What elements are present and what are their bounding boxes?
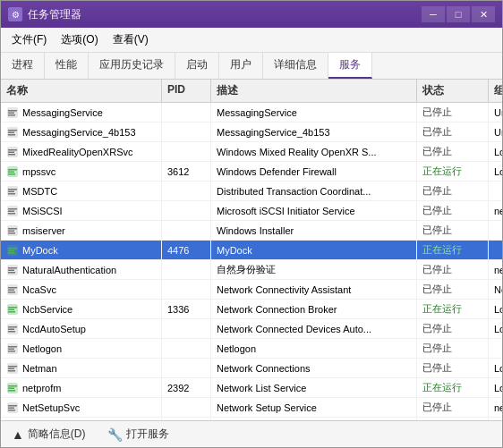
table-row[interactable]: NcaSvcNetwork Connectivity Assistant已停止N… xyxy=(1,280,502,300)
service-status: 正在运行 xyxy=(417,300,489,318)
summary-button[interactable]: ▲ 简略信息(D) xyxy=(8,425,90,444)
table-row[interactable]: MSiSCSIMicrosoft iSCSI Initiator Service… xyxy=(1,201,502,221)
svg-rect-49 xyxy=(8,346,17,348)
svg-rect-23 xyxy=(8,213,15,215)
table-row[interactable]: MessagingServiceMessagingService已停止Unist… xyxy=(1,103,502,123)
service-name-cell: mpssvc xyxy=(1,162,162,181)
service-status: 正在运行 xyxy=(417,378,489,397)
service-icon xyxy=(6,342,19,355)
service-name: NaturalAuthentication xyxy=(22,265,116,275)
service-group: UnistackSvcG... xyxy=(489,123,502,141)
service-pid xyxy=(162,339,211,358)
service-group xyxy=(489,241,502,259)
service-pid: 2392 xyxy=(162,378,211,397)
svg-rect-43 xyxy=(8,311,15,313)
service-group: netsvcs xyxy=(489,398,502,417)
table-row[interactable]: NaturalAuthentication自然身份验证已停止netsvcs xyxy=(1,260,502,280)
service-status: 正在运行 xyxy=(417,241,489,259)
service-icon xyxy=(6,224,19,237)
col-header-group[interactable]: 组 xyxy=(489,80,502,102)
service-icon xyxy=(6,283,19,296)
service-desc: Microsoft iSCSI Initiator Service xyxy=(211,201,417,220)
svg-rect-6 xyxy=(8,131,14,133)
col-header-name[interactable]: 名称 xyxy=(1,80,162,102)
service-group: LocalService... xyxy=(489,378,502,397)
open-service-label: 打开服务 xyxy=(126,427,169,442)
service-group: LocalService... xyxy=(489,162,502,181)
service-name-cell: MixedRealityOpenXRSvc xyxy=(1,142,162,161)
service-pid xyxy=(162,280,211,299)
summary-label: 简略信息(D) xyxy=(28,427,86,442)
tab-[interactable]: 服务 xyxy=(328,53,372,79)
svg-rect-29 xyxy=(8,248,17,249)
service-group: LocalSystem... xyxy=(489,300,502,318)
footer: ▲ 简略信息(D) 🔧 打开服务 xyxy=(1,420,502,447)
close-button[interactable]: ✕ xyxy=(472,6,495,22)
service-name-cell: MessagingService xyxy=(1,103,162,122)
open-service-button[interactable]: 🔧 打开服务 xyxy=(104,425,173,444)
service-group xyxy=(489,339,502,358)
service-desc: MessagingService xyxy=(211,103,417,122)
service-name: MessagingService xyxy=(22,107,103,118)
table-row[interactable]: MixedRealityOpenXRSvcWindows Mixed Reali… xyxy=(1,142,502,162)
service-name: mpssvc xyxy=(22,166,55,177)
table-row[interactable]: NcdAutoSetupNetwork Connected Devices Au… xyxy=(1,319,502,339)
service-name: netprofm xyxy=(22,383,61,393)
tab-[interactable]: 进程 xyxy=(1,53,45,79)
svg-rect-58 xyxy=(8,387,14,389)
col-header-desc[interactable]: 描述 xyxy=(211,80,417,102)
service-icon xyxy=(6,323,19,335)
tab-bar: 进程性能应用历史记录启动用户详细信息服务 xyxy=(1,53,502,80)
service-name-cell: MSDTC xyxy=(1,182,162,200)
service-pid xyxy=(162,260,211,279)
service-icon xyxy=(6,382,19,394)
svg-rect-25 xyxy=(8,228,17,230)
svg-rect-7 xyxy=(8,134,15,136)
table-row[interactable]: mpssvc3612Windows Defender Firewall正在运行L… xyxy=(1,162,502,182)
table-row[interactable]: NetlogonNetlogon已停止 xyxy=(1,339,502,359)
tab-[interactable]: 应用历史记录 xyxy=(89,53,175,79)
service-pid xyxy=(162,398,211,417)
maximize-button[interactable]: □ xyxy=(447,6,470,22)
minimize-button[interactable]: ─ xyxy=(422,6,445,22)
table-row[interactable]: netprofm2392Network List Service正在运行Loca… xyxy=(1,378,502,398)
service-group: UnistackSvcG... xyxy=(489,103,502,122)
svg-rect-57 xyxy=(8,385,17,387)
service-pid xyxy=(162,201,211,220)
service-status: 正在运行 xyxy=(417,162,489,181)
service-name-cell: NetSetupSvc xyxy=(1,398,162,417)
service-desc: Network Connectivity Assistant xyxy=(211,280,417,299)
table-body[interactable]: MessagingServiceMessagingService已停止Unist… xyxy=(1,103,502,420)
table-row[interactable]: MessagingService_4b153MessagingService_4… xyxy=(1,123,502,142)
col-header-pid[interactable]: PID xyxy=(162,80,211,102)
service-desc: Netlogon xyxy=(211,339,417,358)
col-header-status[interactable]: 状态 xyxy=(417,80,489,102)
service-desc: Windows Defender Firewall xyxy=(211,162,417,181)
service-icon xyxy=(6,362,19,375)
table-row[interactable]: NetmanNetwork Connections已停止LocalSystem.… xyxy=(1,359,502,378)
service-status: 已停止 xyxy=(417,339,489,358)
table-row[interactable]: msiserverWindows Installer已停止 xyxy=(1,221,502,241)
svg-rect-31 xyxy=(8,252,15,254)
svg-rect-39 xyxy=(8,292,15,293)
menu-item-f[interactable]: 文件(F) xyxy=(4,30,54,50)
menu-item-o[interactable]: 选项(O) xyxy=(54,30,105,50)
table-row[interactable]: MSDTCDistributed Transaction Coordinat..… xyxy=(1,182,502,201)
service-icon xyxy=(6,402,19,414)
table-row[interactable]: MyDock4476MyDock正在运行 xyxy=(1,241,502,260)
service-name: Netlogon xyxy=(22,343,62,354)
svg-rect-37 xyxy=(8,287,17,289)
services-content: 名称 PID 描述 状态 组 MessagingServiceMessaging… xyxy=(1,80,502,420)
svg-rect-50 xyxy=(8,348,14,350)
svg-rect-51 xyxy=(8,351,15,352)
service-icon xyxy=(6,106,19,119)
tab-[interactable]: 性能 xyxy=(45,53,89,79)
table-row[interactable]: NetSetupSvcNetwork Setup Service已停止netsv… xyxy=(1,398,502,418)
service-icon xyxy=(6,185,19,198)
tab-[interactable]: 用户 xyxy=(219,53,263,79)
table-row[interactable]: NcbService1336Network Connection Broker正… xyxy=(1,300,502,319)
tab-[interactable]: 详细信息 xyxy=(263,53,328,79)
menu-item-v[interactable]: 查看(V) xyxy=(106,30,156,50)
service-group: NetSvcs xyxy=(489,280,502,299)
tab-[interactable]: 启动 xyxy=(175,53,219,79)
